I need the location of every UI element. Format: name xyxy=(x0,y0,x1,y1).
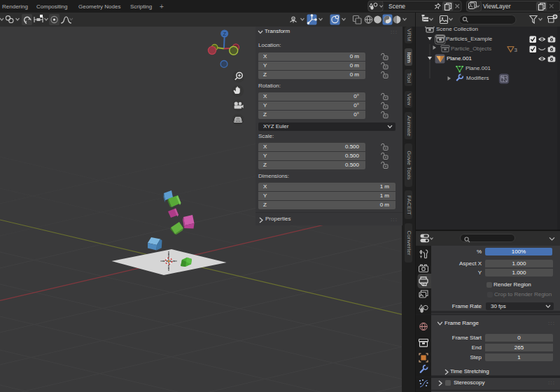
svg-text:ViewLayer: ViewLayer xyxy=(483,3,511,10)
svg-text:Z: Z xyxy=(223,31,226,37)
svg-text:Scene: Scene xyxy=(388,3,405,10)
